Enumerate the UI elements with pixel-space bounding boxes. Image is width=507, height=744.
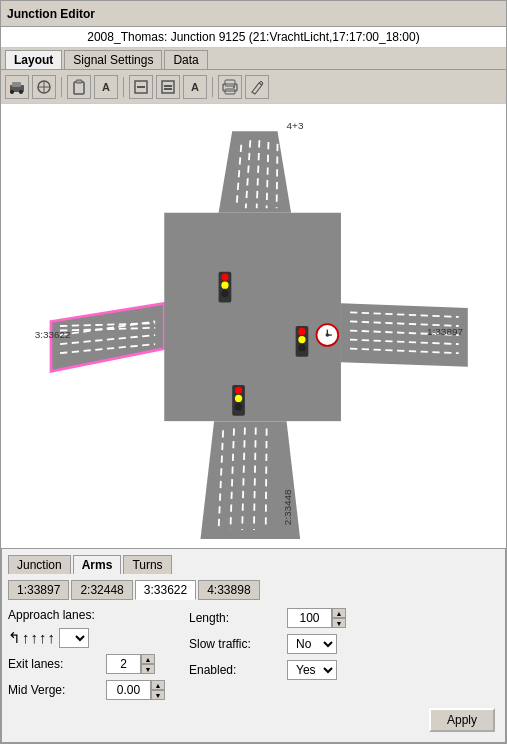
arrow-2: ↑ [22, 629, 30, 647]
svg-rect-43 [164, 213, 341, 421]
node-tool-btn[interactable] [32, 75, 56, 99]
arrow-4: ↑ [39, 629, 47, 647]
tab-data[interactable]: Data [164, 50, 207, 69]
length-spinbox: ▲ ▼ [287, 608, 346, 628]
mid-verge-input[interactable] [106, 680, 151, 700]
mid-verge-label: Mid Verge: [8, 683, 98, 697]
slow-traffic-row: Slow traffic: No Yes [189, 634, 346, 654]
title-bar: Junction Editor [1, 1, 506, 27]
svg-point-50 [235, 395, 242, 402]
tab-layout[interactable]: Layout [5, 50, 62, 69]
length-down-btn[interactable]: ▼ [332, 618, 346, 628]
approach-lanes-control-row: ↰ ↑ ↑ ↑ ↑ [8, 628, 165, 648]
info-bar: 2008_Thomas: Junction 9125 (21:VrachtLic… [1, 27, 506, 48]
box-btn-2[interactable] [156, 75, 180, 99]
svg-point-46 [221, 282, 228, 289]
exit-lanes-label: Exit lanes: [8, 657, 98, 671]
apply-row: Apply [8, 700, 499, 736]
vehicle-tool-btn[interactable] [5, 75, 29, 99]
label-top: 4+3 [287, 120, 304, 131]
enabled-row: Enabled: Yes No [189, 660, 346, 680]
draw-btn[interactable] [245, 75, 269, 99]
svg-rect-12 [164, 85, 172, 87]
right-col: Length: ▲ ▼ Slow traffic: No Yes [189, 608, 346, 700]
enabled-select[interactable]: Yes No [287, 660, 337, 680]
mid-verge-spinbox: ▲ ▼ [106, 680, 165, 700]
length-input[interactable] [287, 608, 332, 628]
svg-point-51 [235, 403, 242, 410]
svg-point-47 [221, 290, 228, 297]
arm-tab-4[interactable]: 4:33898 [198, 580, 259, 600]
bottom-panel: Junction Arms Turns 1:33897 2:32448 3:33… [1, 548, 506, 743]
arrow-1: ↰ [8, 629, 21, 647]
label-btn-2[interactable]: A [183, 75, 207, 99]
tab-arms[interactable]: Arms [73, 555, 122, 574]
exit-lanes-input[interactable] [106, 654, 141, 674]
label-left: 3:33622 [35, 329, 71, 340]
arrow-5: ↑ [48, 629, 56, 647]
mid-verge-spin-btns: ▲ ▼ [151, 680, 165, 700]
approach-arrows: ↰ ↑ ↑ ↑ ↑ [8, 629, 55, 647]
arrow-3: ↑ [31, 629, 39, 647]
svg-point-3 [19, 90, 23, 94]
print-btn[interactable] [218, 75, 242, 99]
clipboard-btn[interactable] [67, 75, 91, 99]
enabled-label: Enabled: [189, 663, 279, 677]
exit-lanes-spin-btns: ▲ ▼ [141, 654, 155, 674]
mid-verge-down-btn[interactable]: ▼ [151, 690, 165, 700]
label-btn-1[interactable]: A [94, 75, 118, 99]
junction-editor-window: Junction Editor 2008_Thomas: Junction 91… [0, 0, 507, 744]
svg-point-17 [233, 86, 235, 88]
label-bottom: 2:33448 [282, 489, 293, 525]
approach-lanes-row: Approach lanes: [8, 608, 165, 622]
mid-verge-up-btn[interactable]: ▲ [151, 680, 165, 690]
label-right: 1:33897 [427, 326, 463, 337]
slow-traffic-select[interactable]: No Yes [287, 634, 337, 654]
length-label: Length: [189, 611, 279, 625]
svg-point-59 [326, 333, 330, 337]
fields-area: Approach lanes: ↰ ↑ ↑ ↑ ↑ [8, 608, 499, 700]
arm-tabs: 1:33897 2:32448 3:33622 4:33898 [8, 580, 499, 600]
main-tabs: Layout Signal Settings Data [1, 48, 506, 70]
separator-3 [212, 77, 213, 97]
exit-lanes-down-btn[interactable]: ▼ [141, 664, 155, 674]
approach-lanes-label: Approach lanes: [8, 608, 98, 622]
svg-rect-8 [76, 80, 82, 83]
svg-rect-7 [74, 82, 84, 94]
bottom-tabs: Junction Arms Turns [8, 555, 499, 574]
junction-canvas: 4+3 3:33622 1:33897 2:33448 [1, 104, 506, 548]
length-spin-btns: ▲ ▼ [332, 608, 346, 628]
svg-rect-1 [12, 82, 21, 87]
svg-rect-10 [137, 86, 145, 88]
box-btn-1[interactable] [129, 75, 153, 99]
length-up-btn[interactable]: ▲ [332, 608, 346, 618]
svg-rect-14 [225, 80, 235, 86]
toolbar: A A [1, 70, 506, 104]
slow-traffic-label: Slow traffic: [189, 637, 279, 651]
svg-point-55 [298, 344, 305, 351]
approach-lanes-container: ↰ ↑ ↑ ↑ ↑ [8, 628, 89, 648]
svg-rect-13 [164, 88, 172, 90]
exit-lanes-spinbox: ▲ ▼ [106, 654, 155, 674]
svg-point-53 [298, 328, 305, 335]
separator-1 [61, 77, 62, 97]
exit-lanes-row: Exit lanes: ▲ ▼ [8, 654, 165, 674]
svg-point-2 [10, 90, 14, 94]
mid-verge-row: Mid Verge: ▲ ▼ [8, 680, 165, 700]
separator-2 [123, 77, 124, 97]
arm-tab-2[interactable]: 2:32448 [71, 580, 132, 600]
junction-info-text: 2008_Thomas: Junction 9125 (21:VrachtLic… [87, 30, 419, 44]
tab-signal-settings[interactable]: Signal Settings [64, 50, 162, 69]
tab-junction[interactable]: Junction [8, 555, 71, 574]
approach-lanes-select[interactable] [59, 628, 89, 648]
exit-lanes-up-btn[interactable]: ▲ [141, 654, 155, 664]
length-row: Length: ▲ ▼ [189, 608, 346, 628]
window-title: Junction Editor [7, 7, 95, 21]
arm-tab-3[interactable]: 3:33622 [135, 580, 196, 600]
tab-turns[interactable]: Turns [123, 555, 171, 574]
left-col: Approach lanes: ↰ ↑ ↑ ↑ ↑ [8, 608, 165, 700]
apply-button[interactable]: Apply [429, 708, 495, 732]
svg-point-45 [221, 273, 228, 280]
svg-point-54 [298, 336, 305, 343]
arm-tab-1[interactable]: 1:33897 [8, 580, 69, 600]
